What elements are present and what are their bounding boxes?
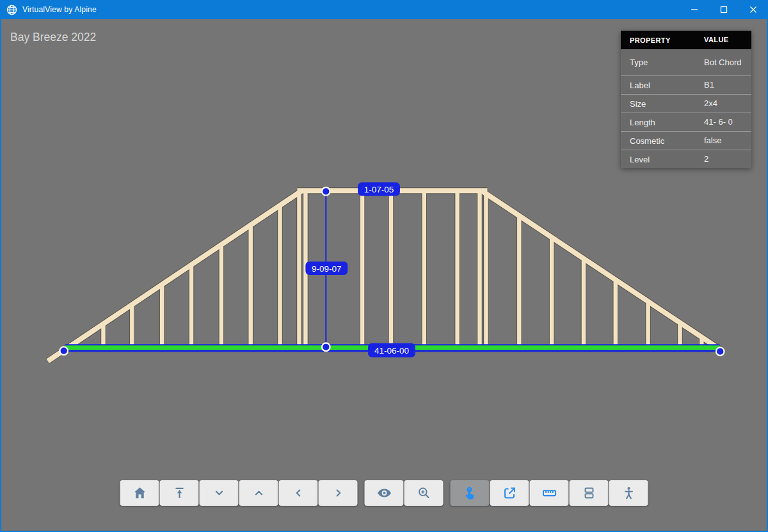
chevron-up-icon xyxy=(252,486,266,500)
close-button[interactable] xyxy=(739,0,768,19)
zoom-in-icon xyxy=(416,485,431,501)
maximize-button[interactable] xyxy=(709,0,739,19)
svg-text:1-07-05: 1-07-05 xyxy=(364,185,394,194)
value-column-header: VALUE xyxy=(704,35,751,45)
open-external-button[interactable] xyxy=(490,480,529,506)
drawing-canvas[interactable]: Bay Breeze 2022 xyxy=(1,19,767,531)
toolbar xyxy=(120,480,648,506)
property-row-level: Level 2 xyxy=(621,150,751,168)
node-bottom-mid xyxy=(322,343,330,351)
split-view-button[interactable] xyxy=(570,480,609,506)
property-row-cosmetic: Cosmetic false xyxy=(621,131,751,150)
property-row-type: Type Bot Chord xyxy=(621,49,751,75)
eye-icon xyxy=(376,485,392,501)
property-column-header: PROPERTY xyxy=(621,36,704,44)
external-link-icon xyxy=(502,485,517,501)
titlebar: VirtualView by Alpine xyxy=(0,0,768,19)
pan-down-button[interactable] xyxy=(200,480,239,506)
ruler-icon xyxy=(541,485,557,501)
svg-text:9-09-07: 9-09-07 xyxy=(312,264,341,274)
window-title: VirtualView by Alpine xyxy=(22,5,97,14)
truss-members xyxy=(48,191,721,361)
home-button[interactable] xyxy=(120,480,159,506)
measure-button[interactable] xyxy=(530,480,569,506)
properties-header: PROPERTY VALUE xyxy=(621,31,751,49)
chevron-right-icon xyxy=(331,486,345,500)
select-mode-button[interactable] xyxy=(451,480,490,506)
tap-icon xyxy=(462,485,477,501)
globe-icon xyxy=(6,4,17,15)
toolbar-group-view xyxy=(365,480,444,506)
property-row-label: Label B1 xyxy=(621,75,751,94)
arrow-to-top-icon xyxy=(172,485,187,501)
dimension-label-top[interactable]: 1-07-05 xyxy=(358,182,400,196)
fit-to-top-button[interactable] xyxy=(160,480,199,506)
split-icon xyxy=(581,485,596,501)
zoom-in-button[interactable] xyxy=(404,480,444,506)
maximize-icon xyxy=(720,6,728,13)
node-right-heel xyxy=(716,347,724,356)
node-left-heel xyxy=(60,347,68,355)
toolbar-group-navigation xyxy=(120,480,358,506)
minimize-icon xyxy=(691,6,698,13)
person-icon xyxy=(621,485,636,501)
app-window: VirtualView by Alpine Bay Breeze 2022 xyxy=(0,0,768,532)
dimension-label-span[interactable]: 41-06-00 xyxy=(368,343,415,357)
property-row-size: Size 2x4 xyxy=(621,94,751,113)
node-top xyxy=(322,187,330,196)
dimension-label-height[interactable]: 9-09-07 xyxy=(305,262,348,275)
view-options-button[interactable] xyxy=(365,480,404,506)
svg-text:41-06-00: 41-06-00 xyxy=(374,346,409,356)
chevron-down-icon xyxy=(212,486,226,500)
minimize-button[interactable] xyxy=(680,0,709,19)
chevron-left-icon xyxy=(291,486,305,500)
truss-member-outlines xyxy=(48,191,721,361)
person-height-button[interactable] xyxy=(609,480,648,506)
pan-up-button[interactable] xyxy=(239,480,278,506)
property-row-length: Length 41- 6- 0 xyxy=(621,113,751,131)
toolbar-group-tools xyxy=(451,480,648,506)
properties-panel: PROPERTY VALUE Type Bot Chord Label B1 S… xyxy=(621,31,751,168)
pan-right-button[interactable] xyxy=(319,480,358,506)
close-icon xyxy=(749,6,757,13)
home-icon xyxy=(132,485,147,501)
pan-left-button[interactable] xyxy=(279,480,318,506)
